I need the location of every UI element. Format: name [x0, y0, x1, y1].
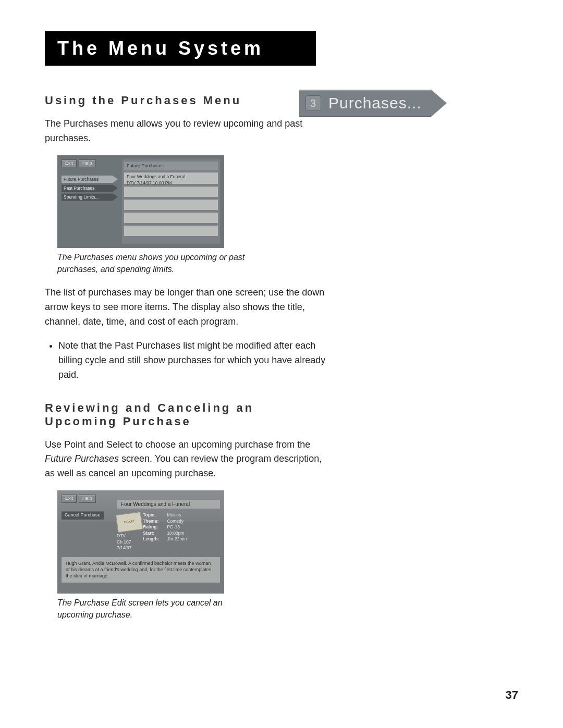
screenshot-caption: The Purchases menu shows you upcoming or…: [57, 251, 245, 275]
help-button[interactable]: Help: [79, 159, 96, 168]
ticket-icon: TICKET: [116, 512, 143, 533]
program-description: Hugh Grant, Andie McDowell. A confirmed …: [62, 557, 220, 582]
paragraph: The list of purchases may be longer than…: [45, 286, 326, 329]
list-item[interactable]: [124, 200, 218, 210]
section-heading-using-purchases: Using the Purchases Menu: [45, 94, 326, 107]
paragraph: Use Point and Select to choose an upcomi…: [45, 438, 326, 482]
purchase-edit-screenshot: Exit Help Cancel Purchase Four Weddings …: [57, 490, 224, 594]
list-item[interactable]: [124, 187, 218, 197]
future-purchases-list: Future Purchases Four Weddings and a Fun…: [122, 159, 220, 244]
section-heading-reviewing: Reviewing and Canceling an Upcoming Purc…: [45, 401, 326, 428]
manual-page: The Menu System 3 Purchases... Using the…: [0, 0, 563, 728]
menu-index-badge: 3: [305, 95, 321, 111]
nav-spending-limits[interactable]: Spending Limits...: [62, 193, 113, 201]
list-header: Future Purchases: [124, 162, 218, 171]
chevron-right-icon: [431, 90, 447, 117]
program-title: Four Weddings and a Funeral: [117, 500, 220, 509]
exit-button[interactable]: Exit: [62, 495, 77, 503]
purchases-menu-arrow: 3 Purchases...: [299, 90, 447, 117]
list-item[interactable]: [124, 226, 218, 236]
page-number: 37: [506, 688, 518, 702]
channel-info: DTV Ch 107 7/14/97: [117, 533, 131, 551]
nav-future-purchases[interactable]: Future Purchases: [62, 176, 113, 183]
intro-paragraph: The Purchases menu allows you to review …: [45, 117, 326, 146]
bullet-item: Note that the Past Purchases list might …: [58, 339, 326, 382]
cancel-purchase-button[interactable]: Cancel Purchase: [62, 511, 104, 520]
page-title: The Menu System: [45, 31, 316, 66]
purchases-menu-screenshot: Exit Help Future Purchases Past Purchase…: [57, 155, 224, 248]
exit-button[interactable]: Exit: [62, 159, 77, 168]
menu-arrow-label: Purchases...: [328, 94, 422, 112]
list-item[interactable]: [124, 213, 218, 223]
nav-past-purchases[interactable]: Past Purchases: [62, 184, 113, 192]
bullet-list: Note that the Past Purchases list might …: [45, 339, 326, 382]
program-metadata: Topic: Movies Theme: Comedy Rating: PG-1…: [143, 512, 187, 542]
screenshot-caption: The Purchase Edit screen lets you cancel…: [57, 597, 245, 621]
help-button[interactable]: Help: [79, 495, 96, 503]
list-item[interactable]: Four Weddings and a Funeral DTV 7/14/97 …: [124, 172, 218, 184]
